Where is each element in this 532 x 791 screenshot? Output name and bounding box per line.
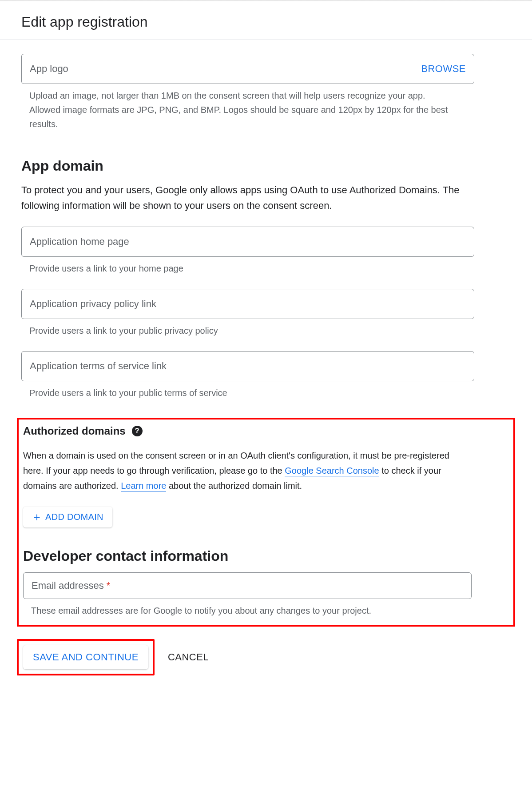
tos-helper: Provide users a link to your public term… (21, 386, 457, 400)
page-title: Edit app registration (0, 1, 532, 39)
app-domain-title: App domain (21, 158, 511, 174)
help-icon[interactable]: ? (132, 426, 143, 436)
add-domain-button[interactable]: ADD DOMAIN (23, 507, 112, 527)
google-search-console-link[interactable]: Google Search Console (285, 466, 379, 476)
required-star: * (107, 580, 111, 591)
add-domain-label: ADD DOMAIN (45, 512, 103, 522)
highlighted-section: Authorized domains ? When a domain is us… (17, 418, 515, 627)
app-logo-placeholder: App logo (30, 63, 68, 75)
authorized-domains-desc: When a domain is used on the consent scr… (23, 448, 472, 493)
app-logo-helper: Upload an image, not larger than 1MB on … (21, 88, 457, 131)
browse-button[interactable]: BROWSE (421, 63, 466, 75)
email-placeholder: Email addresses (32, 580, 107, 591)
plus-icon (32, 512, 42, 522)
authorized-domains-title-text: Authorized domains (23, 425, 126, 437)
save-and-continue-button[interactable]: SAVE AND CONTINUE (23, 645, 148, 669)
home-page-placeholder: Application home page (30, 236, 129, 248)
learn-more-link[interactable]: Learn more (121, 481, 166, 491)
tos-input[interactable]: Application terms of service link (21, 351, 474, 381)
save-highlight: SAVE AND CONTINUE (17, 639, 155, 675)
email-addresses-input[interactable]: Email addresses * (23, 572, 472, 599)
home-page-input[interactable]: Application home page (21, 227, 474, 257)
email-helper: These email addresses are for Google to … (23, 603, 458, 618)
privacy-policy-helper: Provide users a link to your public priv… (21, 324, 457, 338)
app-domain-desc: To protect you and your users, Google on… (21, 182, 465, 213)
developer-contact-title: Developer contact information (23, 548, 509, 564)
home-page-helper: Provide users a link to your home page (21, 261, 457, 276)
privacy-policy-input[interactable]: Application privacy policy link (21, 289, 474, 319)
cancel-button[interactable]: CANCEL (168, 651, 209, 663)
tos-placeholder: Application terms of service link (30, 360, 167, 372)
app-logo-field[interactable]: App logo BROWSE (21, 54, 474, 84)
authorized-domains-title: Authorized domains ? (23, 425, 509, 437)
auth-desc-part3: about the authorized domain limit. (166, 481, 302, 491)
privacy-policy-placeholder: Application privacy policy link (30, 298, 156, 310)
